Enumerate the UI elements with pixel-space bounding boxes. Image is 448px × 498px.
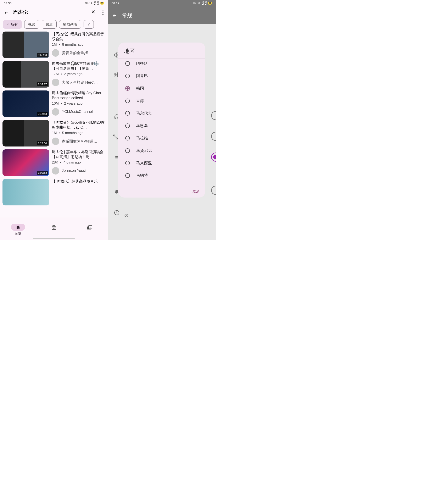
region-label: 阿根廷 — [136, 61, 148, 66]
channel-avatar[interactable] — [52, 49, 59, 57]
channel-avatar[interactable] — [52, 167, 59, 175]
region-option[interactable]: 马来西亚 — [118, 157, 205, 169]
cancel-button[interactable]: 取消 — [192, 189, 200, 194]
region-option[interactable]: 马提尼克 — [118, 144, 205, 157]
region-dialog: 地区 阿根廷阿鲁巴韩国香港马尔代夫马恩岛马拉维马提尼克马来西亚马约特 取消 — [118, 43, 205, 198]
signal-icon — [94, 3, 96, 5]
channel-name[interactable]: 爱音乐的金鱼姬 — [62, 50, 88, 55]
upload-age: 4 days ago — [64, 160, 81, 165]
nav-subscriptions[interactable] — [47, 224, 61, 236]
video-thumbnail[interactable]: 3:37:37 — [2, 61, 49, 88]
region-option[interactable]: 韩国 — [118, 82, 205, 95]
radio-icon — [125, 74, 130, 78]
view-count: 1M — [52, 131, 57, 135]
region-option[interactable]: 马拉维 — [118, 132, 205, 144]
region-option[interactable]: 阿根廷 — [118, 60, 205, 70]
view-count: 10M — [52, 101, 59, 106]
region-label: 马约特 — [136, 173, 148, 178]
video-title: 周杰倫經典情歌精選 Jay Chou Best songs collecti… — [52, 90, 105, 101]
region-label: 马拉维 — [136, 135, 148, 141]
region-option[interactable]: 阿鲁巴 — [118, 70, 205, 82]
library-icon — [87, 225, 93, 230]
region-option[interactable]: 香港 — [118, 95, 205, 107]
channel-avatar[interactable] — [52, 79, 59, 86]
video-thumbnail[interactable]: 5:52:53 — [2, 32, 49, 58]
video-thumbnail[interactable] — [2, 179, 49, 205]
search-result[interactable]: 5:52:53 【周杰伦】经典好听的高品质音乐合集 1M•8 months ag… — [2, 32, 105, 58]
radio-icon — [125, 61, 130, 66]
search-input[interactable] — [12, 9, 90, 15]
radio-icon — [125, 86, 130, 91]
video-title: 《周杰倫》怎么都听不腻的20首叙事曲串烧 | Jay C… — [52, 120, 105, 130]
search-result[interactable]: 1:24:50 《周杰倫》怎么都听不腻的20首叙事曲串烧 | Jay C… 1M… — [2, 120, 105, 147]
region-option[interactable]: 马约特 — [118, 169, 205, 182]
channel-avatar[interactable] — [52, 108, 59, 116]
video-duration: 1:03:53 — [37, 171, 48, 175]
upload-age: 2 years ago — [64, 101, 82, 106]
filter-chips: ✓所有 视频 频道 播放列表 Y — [0, 18, 108, 32]
view-count: 28K — [52, 160, 58, 165]
video-duration: 1:24:50 — [37, 141, 48, 145]
nav-home[interactable]: 首页 — [11, 224, 25, 236]
status-time: 08:35 — [4, 1, 12, 5]
more-icon[interactable] — [102, 10, 104, 15]
region-option[interactable]: 马恩岛 — [118, 119, 205, 132]
region-label: 阿鲁巴 — [136, 73, 148, 79]
video-duration: 3:14:53 — [37, 112, 48, 116]
channel-name[interactable]: Johnson Yossi — [62, 168, 86, 173]
region-label: 香港 — [136, 98, 144, 103]
channel-name[interactable]: YCLMusicChannel — [62, 110, 93, 114]
search-result[interactable]: 3:37:37 周杰倫歌曲🎧50首精選集🎼【可自選歌曲】【動態… 17M•2 y… — [2, 61, 105, 88]
nav-library[interactable] — [83, 224, 97, 236]
chip-more[interactable]: Y — [84, 20, 94, 29]
clear-icon[interactable]: ✕ — [90, 9, 97, 15]
radio-icon — [125, 123, 130, 128]
view-count: 17M — [52, 72, 59, 76]
gesture-handle[interactable] — [33, 238, 75, 239]
channel-name[interactable]: 杰威爾歌詞MV頻道… — [62, 139, 97, 144]
region-option[interactable]: 马尔代夫 — [118, 107, 205, 119]
battery-icon: 73 — [100, 2, 104, 5]
bottom-nav: 首页 — [0, 217, 108, 240]
chip-video[interactable]: 视频 — [24, 20, 39, 29]
upload-age: 2 years ago — [64, 72, 82, 76]
video-title: 【 周杰伦】经典高品质音乐 — [52, 179, 105, 184]
home-icon — [16, 225, 20, 230]
region-label: 马提尼克 — [136, 148, 152, 153]
radio-icon — [125, 173, 130, 178]
video-thumbnail[interactable]: 1:03:53 — [2, 149, 49, 176]
upload-age: 8 months ago — [62, 43, 84, 47]
radio-icon — [125, 136, 130, 140]
channel-name[interactable]: 大俠人生旅途 Hero'… — [62, 80, 98, 85]
video-thumbnail[interactable]: 1:24:50 — [2, 120, 49, 147]
chip-all[interactable]: ✓所有 — [3, 20, 22, 29]
dialog-title: 地区 — [118, 43, 205, 59]
video-thumbnail[interactable]: 3:14:53 — [2, 90, 49, 117]
region-label: 韩国 — [136, 86, 144, 91]
search-result[interactable]: 3:14:53 周杰倫經典情歌精選 Jay Chou Best songs co… — [2, 90, 105, 117]
view-count: 1M — [52, 43, 57, 47]
upload-age: 5 months ago — [62, 131, 84, 135]
subscriptions-icon — [51, 225, 57, 230]
region-label: 马来西亚 — [136, 160, 152, 166]
signal-icon — [97, 3, 99, 5]
search-result[interactable]: 【 周杰伦】经典高品质音乐 — [2, 179, 105, 205]
chip-playlist[interactable]: 播放列表 — [59, 20, 81, 29]
video-duration: 3:37:37 — [37, 82, 48, 86]
region-label: 马尔代夫 — [136, 111, 152, 116]
channel-avatar[interactable] — [52, 138, 59, 145]
video-title: 【周杰伦】经典好听的高品质音乐合集 — [52, 32, 105, 42]
dialog-overlay[interactable]: 地区 阿根廷阿鲁巴韩国香港马尔代夫马恩岛马拉维马提尼克马来西亚马约特 取消 — [108, 0, 216, 240]
status-bar: 08:35 12.2KB/s HD 4G 4G 73 — [0, 0, 108, 6]
chip-channel[interactable]: 频道 — [42, 20, 57, 29]
search-result[interactable]: 1:03:53 周杰伦 | 嘉年华世界巡回演唱会【4k高清】悉尼场！周… 28K… — [2, 149, 105, 176]
video-duration: 5:52:53 — [37, 53, 48, 57]
check-icon: ✓ — [7, 23, 10, 26]
radio-icon — [125, 148, 130, 153]
radio-icon — [125, 111, 130, 116]
region-label: 马恩岛 — [136, 123, 148, 129]
hd-icon: HD — [89, 2, 93, 4]
video-title: 周杰倫歌曲🎧50首精選集🎼【可自選歌曲】【動態… — [52, 61, 105, 71]
back-icon[interactable] — [4, 11, 9, 15]
radio-icon — [125, 161, 130, 165]
